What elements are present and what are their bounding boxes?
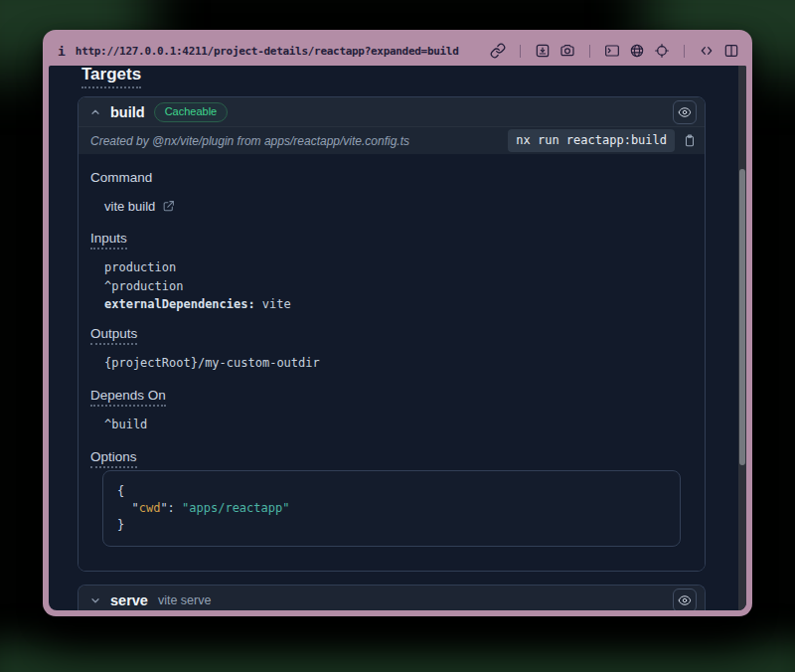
target-header-serve[interactable]: serve vite serve (79, 586, 705, 611)
terminal-icon[interactable] (604, 43, 620, 59)
code-line: } (117, 517, 666, 534)
chevron-down-icon (89, 594, 101, 606)
scrollbar-track[interactable] (738, 66, 746, 610)
depends-on-item: ^build (104, 416, 693, 434)
input-item: production (104, 258, 693, 277)
address-bar[interactable]: http://127.0.0.1:4211/project-details/re… (76, 45, 459, 58)
options-code-block: { "cwd": "apps/reactapp" } (102, 470, 681, 547)
chevron-up-icon (89, 106, 101, 118)
input-item: externalDependencies:vite (104, 295, 693, 314)
options-heading: Options (90, 449, 693, 464)
toolbar-divider (684, 45, 685, 58)
inputs-heading: Inputs (90, 231, 693, 246)
info-icon[interactable]: i (58, 45, 66, 58)
command-heading: Command (90, 170, 693, 185)
external-link-icon[interactable] (162, 200, 175, 213)
camera-icon[interactable] (559, 43, 575, 59)
copy-command-button[interactable] (683, 133, 697, 148)
target-name: build (110, 104, 145, 120)
json-value: "apps/reactapp" (182, 501, 289, 515)
run-command-chip: nx run reactapp:build (508, 129, 675, 151)
code-line: { (117, 483, 666, 500)
wallpaper-glow (0, 642, 795, 672)
output-item: {projectRoot}/my-custom-outdir (104, 354, 693, 373)
input-key: externalDependencies: (104, 297, 255, 311)
save-capture-icon[interactable] (535, 43, 551, 59)
created-by-text: Created by @nx/vite/plugin from apps/rea… (90, 134, 409, 148)
clipboard-icon (683, 133, 697, 148)
scrollbar-thumb[interactable] (739, 169, 745, 465)
eye-icon (678, 593, 692, 607)
target-card-build: build Cacheable Created by @nx/vite/plug… (78, 96, 706, 572)
code-icon[interactable] (699, 43, 715, 59)
toolbar-divider (520, 45, 521, 58)
code-line: "cwd": "apps/reactapp" (117, 500, 666, 517)
page-title: Targets (81, 66, 141, 84)
view-target-button[interactable] (673, 100, 697, 124)
project-details-content: Targets build Cacheable Created by @nx/v… (49, 66, 738, 610)
command-value: vite build (104, 199, 155, 214)
split-view-icon[interactable] (723, 43, 739, 59)
view-target-button[interactable] (673, 588, 697, 611)
globe-icon[interactable] (629, 43, 645, 59)
input-item: ^production (104, 277, 693, 296)
toolbar-divider (589, 45, 590, 58)
target-name: serve (110, 592, 148, 608)
browser-toolbar: i http://127.0.0.1:4211/project-details/… (49, 36, 746, 66)
browser-window: i http://127.0.0.1:4211/project-details/… (43, 30, 752, 616)
link-icon[interactable] (490, 43, 506, 59)
locate-icon[interactable] (654, 43, 670, 59)
input-value: vite (262, 297, 291, 311)
eye-icon (678, 105, 692, 119)
target-card-serve: serve vite serve (78, 585, 706, 611)
target-command-preview: vite serve (158, 593, 212, 607)
target-subheader: Created by @nx/vite/plugin from apps/rea… (79, 126, 705, 154)
page-viewport: Targets build Cacheable Created by @nx/v… (49, 66, 746, 610)
target-details: Command vite build Inputs production ^pr… (79, 154, 705, 571)
depends-on-heading: Depends On (90, 388, 693, 403)
outputs-heading: Outputs (90, 326, 693, 341)
json-key: cwd (139, 501, 161, 515)
target-header-build[interactable]: build Cacheable (79, 97, 705, 126)
cacheable-badge: Cacheable (154, 102, 229, 122)
